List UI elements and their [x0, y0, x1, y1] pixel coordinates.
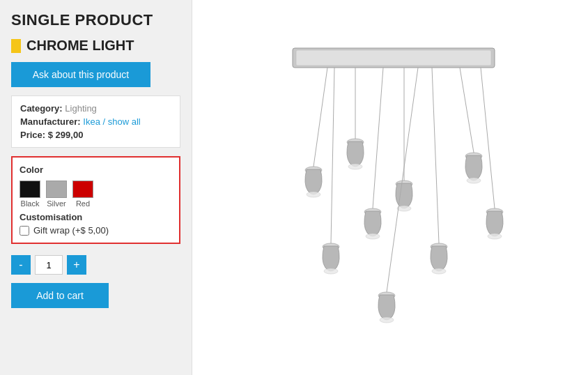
svg-rect-1	[296, 50, 491, 66]
gift-wrap-row: Gift wrap (+$ 5,00)	[20, 225, 172, 236]
ask-about-product-button[interactable]: Ask about this product	[11, 62, 150, 87]
product-meta: Category: Lighting Manufacturer: Ikea / …	[11, 95, 180, 148]
svg-point-28	[380, 317, 394, 323]
color-swatches: Black Silver Red	[20, 181, 172, 208]
color-swatch-silver[interactable]: Silver	[46, 181, 67, 208]
manufacturer-label: Manufacturer:	[20, 116, 81, 127]
product-image	[206, 14, 574, 361]
svg-point-4	[307, 192, 320, 197]
black-swatch[interactable]	[20, 181, 40, 198]
manufacturer-link[interactable]: Ikea	[83, 116, 100, 127]
red-swatch[interactable]	[72, 181, 93, 198]
silver-label: Silver	[47, 199, 66, 208]
svg-point-7	[348, 164, 362, 169]
silver-swatch[interactable]	[46, 181, 67, 198]
quantity-input[interactable]	[35, 255, 63, 275]
svg-line-23	[331, 68, 334, 243]
price-row: Price: $ 299,00	[20, 130, 171, 140]
page-title: SINGLE PRODUCT	[11, 11, 180, 29]
quantity-minus-button[interactable]: -	[11, 255, 31, 275]
gift-wrap-label: Gift wrap (+$ 5,00)	[33, 225, 109, 236]
customisation-title: Customisation	[20, 212, 172, 222]
svg-point-16	[432, 268, 446, 274]
add-to-cart-button[interactable]: Add to cart	[11, 283, 109, 308]
right-panel	[192, 0, 588, 375]
price-value: $ 299,00	[48, 130, 84, 140]
red-label: Red	[76, 199, 90, 208]
product-svg	[251, 27, 529, 348]
title-accent-icon	[11, 39, 21, 53]
svg-line-8	[373, 68, 383, 208]
svg-point-25	[324, 268, 338, 274]
show-all-link[interactable]: / show all	[103, 116, 141, 127]
left-panel: SINGLE PRODUCT CHROME LIGHT Ask about th…	[0, 0, 192, 375]
quantity-plus-button[interactable]: +	[67, 255, 86, 275]
color-swatch-red[interactable]: Red	[72, 181, 93, 208]
product-name: CHROME LIGHT	[26, 38, 134, 54]
black-label: Black	[21, 199, 40, 208]
svg-line-2	[314, 68, 327, 167]
svg-line-20	[481, 68, 495, 208]
manufacturer-show-all: / show all	[103, 116, 141, 127]
category-value: Lighting	[65, 103, 97, 114]
category-row: Category: Lighting	[20, 103, 171, 114]
svg-line-17	[460, 68, 474, 153]
svg-point-22	[488, 234, 502, 239]
svg-point-19	[467, 178, 481, 183]
svg-line-14	[432, 68, 439, 243]
color-swatch-black[interactable]: Black	[20, 181, 40, 208]
svg-point-10	[366, 234, 380, 239]
quantity-row: - +	[11, 255, 180, 275]
color-section-title: Color	[20, 164, 172, 175]
manufacturer-row: Manufacturer: Ikea / show all	[20, 116, 171, 127]
category-label: Category:	[20, 103, 63, 114]
product-title-row: CHROME LIGHT	[11, 38, 180, 54]
gift-wrap-checkbox[interactable]	[20, 226, 29, 236]
svg-line-26	[387, 68, 418, 292]
price-label: Price:	[20, 130, 45, 140]
svg-point-13	[397, 206, 411, 211]
color-section: Color Black Silver Red Customisation Gif…	[11, 156, 180, 244]
